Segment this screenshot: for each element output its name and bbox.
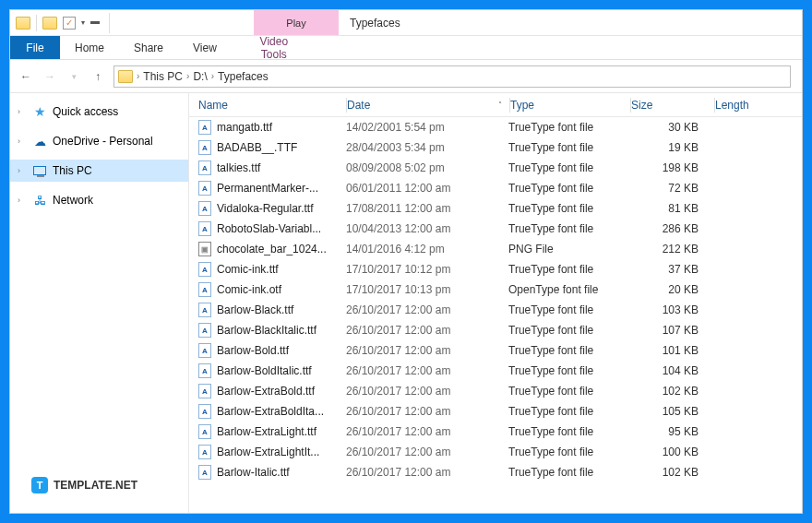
chevron-right-icon[interactable]: ›	[18, 196, 27, 205]
file-row[interactable]: Atalkies.ttf08/09/2008 5:02 pmTrueType f…	[189, 158, 802, 178]
file-type-icon: A	[198, 221, 211, 236]
file-row[interactable]: ABarlow-Italic.ttf26/10/2017 12:00 amTru…	[189, 462, 802, 482]
cell-size: 101 KB	[628, 344, 711, 357]
file-name: Barlow-ExtraLightIt...	[217, 446, 319, 458]
file-name: Comic-ink.ttf	[217, 263, 279, 276]
cell-date: 26/10/2017 12:00 am	[346, 303, 508, 316]
watermark: T TEMPLATE.NET	[31, 477, 137, 493]
file-row[interactable]: AComic-ink.ttf17/10/2017 10:12 pmTrueTyp…	[189, 259, 802, 279]
folder-icon	[16, 17, 30, 30]
cell-name: ABADABB__.TTF	[189, 140, 346, 155]
back-button[interactable]: ←	[18, 68, 34, 85]
cell-type: TrueType font file	[508, 303, 628, 316]
cell-date: 26/10/2017 12:00 am	[346, 324, 508, 337]
cell-date: 10/04/2013 12:00 am	[346, 222, 508, 235]
file-name: BADABB__.TTF	[217, 141, 297, 154]
sidebar-item-network[interactable]: › 🖧 Network	[10, 189, 188, 211]
pc-icon	[32, 163, 47, 178]
file-row[interactable]: ABarlow-BlackItalic.ttf26/10/2017 12:00 …	[189, 320, 802, 340]
cell-size: 20 KB	[628, 283, 711, 296]
file-row[interactable]: ABarlow-ExtraLight.ttf26/10/2017 12:00 a…	[189, 422, 802, 442]
recent-dropdown-icon[interactable]: ▾	[66, 68, 82, 85]
chevron-right-icon[interactable]: ›	[137, 71, 139, 81]
file-row[interactable]: ABADABB__.TTF28/04/2003 5:34 pmTrueType …	[189, 137, 802, 158]
quick-access-toolbar: ✓ ▾	[10, 10, 115, 35]
up-button[interactable]: ↑	[90, 68, 106, 85]
file-row[interactable]: ABarlow-ExtraBoldIta...26/10/2017 12:00 …	[189, 401, 802, 422]
cell-name: ABarlow-Black.ttf	[189, 303, 346, 317]
folder-icon[interactable]	[42, 17, 57, 30]
properties-icon[interactable]: ✓	[63, 17, 76, 30]
file-type-icon: A	[198, 140, 211, 155]
file-row[interactable]: ▣chocolate_bar_1024...14/01/2016 4:12 pm…	[189, 239, 802, 259]
header-size[interactable]: Size	[631, 99, 714, 112]
cell-type: TrueType font file	[508, 425, 628, 438]
cell-date: 28/04/2003 5:34 pm	[346, 141, 508, 154]
file-name: PermanentMarker-...	[217, 182, 318, 195]
cell-name: ABarlow-BoldItalic.ttf	[189, 363, 346, 378]
chevron-right-icon[interactable]: ›	[18, 166, 27, 175]
cell-name: ABarlow-Italic.ttf	[189, 465, 346, 480]
cell-type: TrueType font file	[508, 446, 628, 458]
breadcrumb-folder[interactable]: Typefaces	[218, 70, 269, 83]
cell-name: ABarlow-ExtraLightIt...	[189, 445, 346, 459]
sidebar-item-this-pc[interactable]: › This PC	[10, 160, 188, 182]
contextual-group-label: Play	[286, 18, 305, 29]
body: › ★ Quick access › ☁ OneDrive - Personal…	[10, 93, 802, 513]
cell-date: 14/02/2001 5:54 pm	[346, 121, 508, 134]
file-rows: Amangatb.ttf14/02/2001 5:54 pmTrueType f…	[189, 117, 802, 482]
cell-name: AComic-ink.otf	[189, 282, 346, 297]
file-row[interactable]: AVidaloka-Regular.ttf17/08/2011 12:00 am…	[189, 198, 802, 219]
cell-size: 103 KB	[628, 303, 711, 316]
breadcrumb-this-pc[interactable]: This PC	[143, 70, 183, 83]
file-row[interactable]: ABarlow-Bold.ttf26/10/2017 12:00 amTrueT…	[189, 340, 802, 361]
file-type-icon: A	[198, 120, 211, 135]
header-date[interactable]: Date ˄	[347, 99, 509, 112]
file-type-icon: A	[198, 363, 211, 378]
sidebar-item-onedrive[interactable]: › ☁ OneDrive - Personal	[10, 130, 188, 152]
file-row[interactable]: ABarlow-ExtraBold.ttf26/10/2017 12:00 am…	[189, 381, 802, 401]
chevron-right-icon[interactable]: ›	[18, 137, 27, 146]
tab-file[interactable]: File	[10, 36, 60, 59]
chevron-down-icon[interactable]: ▾	[81, 18, 85, 27]
column-headers: Name Date ˄ Type Size Length	[189, 93, 802, 117]
cell-type: TrueType font file	[508, 161, 628, 174]
cell-type: TrueType font file	[508, 364, 628, 377]
file-type-icon: ▣	[198, 242, 211, 256]
minimize-toggle-icon[interactable]	[90, 21, 100, 24]
file-name: RobotoSlab-Variabl...	[217, 222, 321, 235]
file-row[interactable]: ABarlow-ExtraLightIt...26/10/2017 12:00 …	[189, 442, 802, 462]
cell-name: ABarlow-ExtraBold.ttf	[189, 384, 346, 398]
chevron-right-icon[interactable]: ›	[211, 71, 214, 81]
breadcrumb-drive[interactable]: D:\	[193, 70, 207, 83]
cell-size: 104 KB	[628, 364, 711, 377]
file-name: Barlow-ExtraBold.ttf	[217, 385, 315, 398]
sidebar-item-quick-access[interactable]: › ★ Quick access	[10, 101, 188, 123]
tab-video-tools[interactable]: Video Tools	[232, 36, 316, 59]
address-bar[interactable]: › This PC › D:\ › Typefaces	[113, 65, 791, 88]
file-row[interactable]: ABarlow-Black.ttf26/10/2017 12:00 amTrue…	[189, 300, 802, 320]
file-row[interactable]: ABarlow-BoldItalic.ttf26/10/2017 12:00 a…	[189, 361, 802, 381]
file-name: Barlow-Black.ttf	[217, 303, 293, 316]
file-type-icon: A	[198, 303, 211, 317]
file-row[interactable]: ARobotoSlab-Variabl...10/04/2013 12:00 a…	[189, 219, 802, 239]
forward-button[interactable]: →	[42, 68, 58, 85]
header-length[interactable]: Length	[715, 99, 780, 112]
file-list: Name Date ˄ Type Size Length Amangatb.tt…	[189, 93, 802, 513]
cell-size: 286 KB	[628, 222, 711, 235]
tab-home[interactable]: Home	[60, 36, 119, 59]
ribbon-tabs: File Home Share View Video Tools	[10, 36, 802, 60]
tab-view[interactable]: View	[178, 36, 232, 59]
tab-share[interactable]: Share	[119, 36, 178, 59]
contextual-tab-group: Play	[254, 10, 339, 35]
cell-name: AVidaloka-Regular.ttf	[189, 201, 346, 216]
header-type[interactable]: Type	[510, 99, 630, 112]
header-name[interactable]: Name	[189, 99, 346, 112]
chevron-right-icon[interactable]: ›	[186, 71, 189, 81]
file-row[interactable]: APermanentMarker-...06/01/2011 12:00 amT…	[189, 178, 802, 198]
cell-type: TrueType font file	[508, 222, 628, 235]
file-row[interactable]: AComic-ink.otf17/10/2017 10:13 pmOpenTyp…	[189, 279, 802, 300]
chevron-right-icon[interactable]: ›	[18, 107, 27, 116]
cell-size: 95 KB	[628, 425, 711, 438]
file-row[interactable]: Amangatb.ttf14/02/2001 5:54 pmTrueType f…	[189, 117, 802, 137]
